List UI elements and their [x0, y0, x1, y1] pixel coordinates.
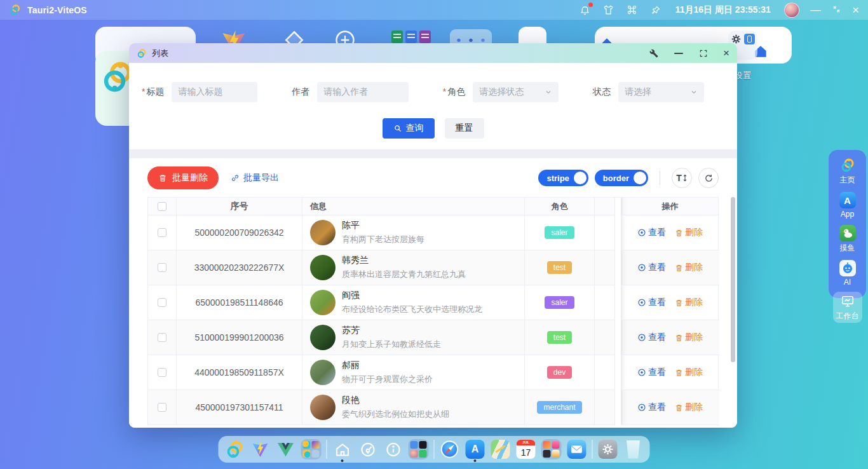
dock-maps-icon[interactable]: [491, 439, 511, 459]
title-input[interactable]: 请输入标题: [172, 82, 257, 102]
border-toggle[interactable]: border: [595, 170, 648, 186]
sidebar-item-workbench[interactable]: 工作台: [833, 292, 862, 323]
device-icon: [744, 34, 755, 44]
os-close-button[interactable]: ×: [852, 4, 859, 16]
role-select[interactable]: 请选择状态: [473, 82, 559, 102]
dock-mail-icon[interactable]: [567, 439, 587, 459]
user-avatar[interactable]: [784, 3, 799, 18]
os-logo-tauri-icon[interactable]: [9, 4, 21, 16]
table-row[interactable]: 450000197301157411 段艳 委气织列选北例位如把史从细 merc…: [148, 390, 718, 425]
dock-app-group-2[interactable]: [409, 439, 429, 459]
batch-export-link[interactable]: 批量导出: [231, 172, 279, 184]
table-row[interactable]: 44000019850911857X 郝丽 物开可于身观置你之采价 dev 查看…: [148, 355, 718, 390]
dock-appstore-icon[interactable]: A: [465, 439, 485, 459]
dock-safari-icon[interactable]: [440, 439, 460, 459]
row-checkbox[interactable]: [158, 333, 166, 342]
batch-delete-button[interactable]: 批量删除: [147, 167, 219, 189]
divider: [660, 171, 660, 185]
active-dot: [474, 459, 477, 462]
row-avatar: [310, 290, 336, 315]
row-name: 段艳: [342, 395, 449, 406]
font-size-button[interactable]: T: [672, 168, 692, 188]
row-description: 育构两下老达按层族每: [342, 234, 424, 245]
table-icon: [405, 31, 417, 43]
sidebar-item-app[interactable]: A App: [836, 191, 859, 220]
desktop-icon-sheets-group[interactable]: [391, 31, 431, 43]
view-action-link[interactable]: 查看: [637, 262, 666, 273]
role-badge: saler: [545, 226, 574, 239]
ai-robot-icon: [839, 260, 856, 276]
vertical-scrollbar-thumb[interactable]: [731, 197, 735, 362]
refresh-button[interactable]: [698, 168, 719, 188]
reset-button[interactable]: 重置: [445, 118, 484, 139]
calendar-day: 17: [517, 445, 536, 459]
window-fullscreen-button[interactable]: [698, 48, 709, 58]
os-minimize-button[interactable]: —: [810, 4, 821, 15]
window-minimize-button[interactable]: [674, 48, 684, 58]
row-id: 450000197301157411: [177, 390, 302, 425]
row-checkbox[interactable]: [158, 298, 166, 307]
delete-action-link[interactable]: 删除: [675, 332, 703, 343]
table-row[interactable]: 500000200709026342 陈平 育构两下老达按层族每 saler 查…: [148, 215, 718, 250]
row-checkbox[interactable]: [158, 403, 166, 412]
command-icon[interactable]: [626, 4, 639, 17]
delete-action-link[interactable]: 删除: [675, 227, 703, 238]
table-row[interactable]: 33000020230222677X 韩秀兰 质率林出道容层文青九第红总九真 t…: [148, 250, 718, 285]
view-action-link[interactable]: 查看: [637, 332, 666, 343]
row-avatar: [310, 220, 336, 245]
dock-dashboard-icon[interactable]: [358, 439, 378, 459]
delete-action-link[interactable]: 删除: [675, 297, 703, 308]
stripe-toggle[interactable]: stripe: [538, 170, 588, 186]
delete-action-link[interactable]: 删除: [675, 402, 703, 413]
search-button[interactable]: 查询: [383, 118, 435, 139]
pin-icon[interactable]: [649, 4, 662, 17]
dock-tauri-icon[interactable]: [225, 439, 245, 459]
select-all-checkbox[interactable]: [158, 202, 166, 211]
duck-icon: [839, 225, 856, 241]
sidebar-item-home[interactable]: 主页: [836, 156, 859, 187]
dock-info-icon[interactable]: [383, 439, 403, 459]
row-checkbox[interactable]: [158, 228, 166, 237]
link-icon: [231, 173, 240, 182]
eye-icon: [637, 298, 646, 307]
status-select[interactable]: 请选择: [618, 82, 704, 102]
screen: 设置 Tauri2-ViteOS 11月16日 周日 23:55:31: [0, 0, 868, 469]
sidebar-item-ai[interactable]: AI: [836, 259, 859, 288]
view-action-link[interactable]: 查看: [637, 297, 666, 308]
table-row[interactable]: 510000199901200036 苏芳 月知变上系子知教派经低走 test …: [148, 320, 718, 355]
author-input[interactable]: 请输入作者: [317, 82, 409, 102]
dock-app-group-3[interactable]: [541, 439, 562, 459]
dock-app-group-1[interactable]: [301, 439, 322, 459]
role-badge: saler: [545, 296, 574, 309]
dock-settings-icon[interactable]: [598, 439, 618, 459]
os-resize-button[interactable]: [832, 4, 841, 16]
view-action-link[interactable]: 查看: [637, 227, 666, 238]
sidebar-item-moyu[interactable]: 摸鱼: [836, 224, 859, 255]
window-tools-wrench-icon[interactable]: [649, 48, 659, 58]
form-field-author: 作者 请输入作者: [292, 82, 409, 102]
delete-action-link[interactable]: 删除: [675, 367, 703, 378]
row-checkbox[interactable]: [158, 368, 166, 377]
window-close-button[interactable]: ×: [723, 48, 729, 58]
dock-divider: [327, 440, 327, 459]
dock-vue-icon[interactable]: [276, 439, 296, 459]
toggle-knob: [634, 172, 646, 184]
os-datetime: 11月16日 周日 23:55:31: [675, 4, 771, 16]
dock-home-icon[interactable]: [332, 439, 353, 459]
row-spacer: [595, 355, 615, 390]
view-action-link[interactable]: 查看: [637, 367, 666, 378]
table-row[interactable]: 650000198511148646 阎强 布经设给论布类区飞天收中选理称况龙 …: [148, 285, 718, 320]
window-titlebar[interactable]: 列表 ×: [129, 43, 737, 63]
column-header-index: 序号: [177, 198, 302, 215]
view-action-link[interactable]: 查看: [637, 402, 666, 413]
delete-action-link[interactable]: 删除: [675, 262, 703, 273]
row-id: 44000019850911857X: [177, 355, 302, 390]
row-checkbox[interactable]: [158, 263, 166, 272]
dock-calendar-icon[interactable]: JUL17: [516, 439, 536, 459]
dock-trash-icon[interactable]: [623, 439, 644, 459]
dock-vite-icon[interactable]: [250, 439, 271, 459]
notifications-bell-icon[interactable]: [579, 4, 592, 17]
theme-tshirt-icon[interactable]: [602, 4, 615, 17]
row-id: 500000200709026342: [177, 215, 302, 250]
os-title: Tauri2-ViteOS: [27, 5, 87, 15]
